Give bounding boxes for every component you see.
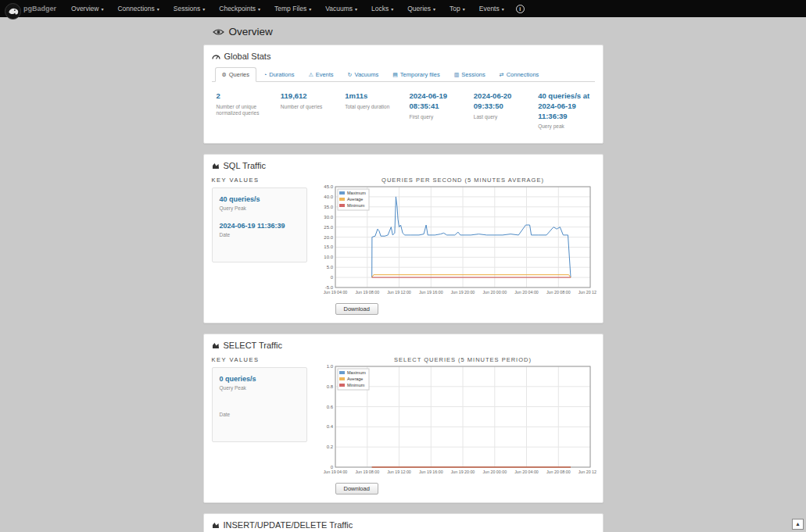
svg-text:15.0: 15.0 — [324, 245, 333, 249]
info-icon[interactable]: i — [516, 5, 525, 13]
scroll-to-top-button[interactable]: ▴ — [792, 519, 804, 530]
area-chart-icon — [212, 162, 220, 170]
stat-unique-normalized-queries: 2 Number of unique normalized queries — [217, 91, 270, 130]
svg-text:0.4: 0.4 — [326, 424, 333, 429]
svg-text:1.0: 1.0 — [326, 364, 333, 369]
global-stats-tabs: ⚙ Queries ◔ Durations ⚠ Events ↻ Vacuums… — [212, 67, 595, 82]
svg-text:Jun 19 08:00: Jun 19 08:00 — [355, 470, 379, 474]
tab-label: Events — [316, 71, 334, 78]
nav-item-temp-files[interactable]: Temp Files ▾ — [267, 0, 318, 17]
stat-value: 119,612 — [281, 91, 334, 102]
nav-item-queries[interactable]: Queries ▾ — [400, 0, 442, 17]
stat-label: Number of unique normalized queries — [217, 104, 270, 117]
select-traffic-body: KEY VALUES 0 queries/s Query Peak Date S… — [212, 355, 595, 495]
tab-label: Connections — [507, 71, 539, 78]
key-values-heading: KEY VALUES — [212, 177, 307, 184]
kv-label-date: Date — [220, 232, 299, 237]
kv-value-query-peak: 40 queries/s — [220, 195, 299, 203]
kv-label-date: Date — [220, 412, 299, 417]
tab-label: Durations — [269, 71, 294, 78]
global-stats-values: 2 Number of unique normalized queries 11… — [212, 82, 595, 135]
tab-vacuums[interactable]: ↻ Vacuums — [341, 67, 386, 82]
connections-icon: ⇄ — [500, 72, 504, 78]
nav-item-events[interactable]: Events ▾ — [472, 0, 511, 17]
svg-text:Minimum: Minimum — [347, 203, 365, 208]
area-chart-icon — [212, 341, 220, 349]
panel-global-stats: Global Stats ⚙ Queries ◔ Durations ⚠ Eve… — [203, 45, 604, 144]
svg-text:Jun 20 08:00: Jun 20 08:00 — [546, 470, 570, 474]
clock-icon: ◔ — [263, 72, 267, 77]
nav-item-label: Top — [450, 5, 460, 12]
svg-text:10.0: 10.0 — [324, 255, 333, 259]
panel-title: INSERT/UPDATE/DELETE Traffic — [224, 520, 353, 530]
nav-item-label: Overview — [71, 5, 99, 12]
nav-item-label: Sessions — [174, 5, 201, 12]
nav-item-top[interactable]: Top ▾ — [442, 0, 472, 17]
nav-item-overview[interactable]: Overview ▾ — [64, 0, 110, 17]
svg-text:Jun 19 04:00: Jun 19 04:00 — [323, 470, 347, 474]
nav-item-locks[interactable]: Locks ▾ — [364, 0, 400, 17]
chevron-down-icon: ▾ — [433, 6, 435, 12]
svg-text:Maximum: Maximum — [347, 191, 366, 195]
gear-icon: ⚙ — [222, 72, 227, 78]
download-button[interactable]: Download — [335, 303, 378, 315]
svg-text:Jun 19 04:00: Jun 19 04:00 — [323, 290, 347, 295]
stat-last-query: 2024-06-20 09:33:50 Last query — [474, 91, 527, 130]
chevron-down-icon: ▾ — [463, 6, 465, 12]
global-stats-header: Global Stats — [212, 52, 595, 61]
top-navbar: pgBadger Overview ▾ Connections ▾ Sessio… — [0, 0, 806, 17]
svg-text:5.0: 5.0 — [326, 265, 333, 270]
stat-value: 2024-06-20 09:33:50 — [474, 91, 527, 112]
stat-value: 2024-06-19 08:35:41 — [409, 91, 462, 112]
stat-value: 40 queries/s at 2024-06-19 11:36:39 — [538, 91, 591, 121]
svg-text:SELECT QUERIES (5 MINUTES PERI: SELECT QUERIES (5 MINUTES PERIOD) — [394, 356, 532, 363]
key-values-box: 40 queries/s Query Peak 2024-06-19 11:36… — [212, 187, 307, 262]
stat-value: 2 — [217, 91, 270, 102]
svg-text:Jun 20 12:00: Jun 20 12:00 — [578, 290, 596, 295]
svg-text:Jun 19 20:00: Jun 19 20:00 — [450, 290, 475, 295]
insert-update-delete-header: INSERT/UPDATE/DELETE Traffic — [212, 520, 595, 530]
svg-text:Average: Average — [347, 197, 363, 202]
tab-temporary-files[interactable]: ▤ Temporary files — [385, 67, 446, 82]
nav-item-sessions[interactable]: Sessions ▾ — [167, 0, 213, 17]
svg-text:Jun 19 20:00: Jun 19 20:00 — [450, 470, 475, 474]
tab-durations[interactable]: ◔ Durations — [256, 67, 301, 82]
stat-label: Query peak — [538, 123, 591, 130]
svg-text:Jun 20 00:00: Jun 20 00:00 — [482, 290, 507, 295]
stat-total-query-duration: 1m11s Total query duration — [345, 91, 398, 130]
download-button[interactable]: Download — [335, 483, 378, 495]
svg-text:0.2: 0.2 — [326, 445, 333, 449]
nav-item-checkpoints[interactable]: Checkpoints ▾ — [212, 0, 267, 17]
nav-item-connections[interactable]: Connections ▾ — [110, 0, 166, 17]
panel-sql-traffic: SQL Traffic KEY VALUES 40 queries/s Quer… — [203, 154, 604, 323]
eye-icon — [213, 28, 224, 36]
key-values-box: 0 queries/s Query Peak Date — [212, 367, 307, 442]
nav-item-label: Checkpoints — [219, 5, 256, 12]
nav-item-vacuums[interactable]: Vacuums ▾ — [318, 0, 364, 17]
svg-text:0: 0 — [330, 275, 333, 280]
tab-connections[interactable]: ⇄ Connections — [493, 67, 546, 82]
sql-traffic-header: SQL Traffic — [212, 161, 595, 170]
file-icon: ▤ — [392, 72, 398, 78]
svg-text:Jun 20 00:00: Jun 20 00:00 — [482, 470, 507, 474]
chevron-down-icon: ▾ — [391, 6, 393, 12]
svg-text:Jun 19 16:00: Jun 19 16:00 — [418, 470, 442, 474]
nav-item-label: Locks — [371, 5, 389, 12]
svg-text:Maximum: Maximum — [347, 370, 366, 375]
tab-events[interactable]: ⚠ Events — [301, 67, 340, 82]
warning-icon: ⚠ — [308, 72, 313, 78]
panel-select-traffic: SELECT Traffic KEY VALUES 0 queries/s Qu… — [203, 334, 604, 503]
svg-text:30.0: 30.0 — [324, 215, 333, 220]
stat-label: Total query duration — [345, 104, 398, 110]
svg-text:0.8: 0.8 — [326, 384, 333, 389]
select-traffic-key-values: KEY VALUES 0 queries/s Query Peak Date — [212, 355, 307, 495]
tab-sessions[interactable]: ▥ Sessions — [447, 67, 493, 82]
brand-label: pgBadger — [23, 5, 56, 12]
svg-text:40.0: 40.0 — [324, 195, 333, 199]
panel-title: SELECT Traffic — [224, 341, 282, 350]
tab-queries[interactable]: ⚙ Queries — [215, 67, 257, 82]
chevron-down-icon: ▾ — [258, 6, 260, 12]
brand-link[interactable]: pgBadger — [5, 0, 56, 20]
svg-text:Minimum: Minimum — [347, 383, 365, 387]
sql-traffic-chart: QUERIES PER SECOND (5 MINUTES AVERAGE)45… — [315, 175, 596, 300]
